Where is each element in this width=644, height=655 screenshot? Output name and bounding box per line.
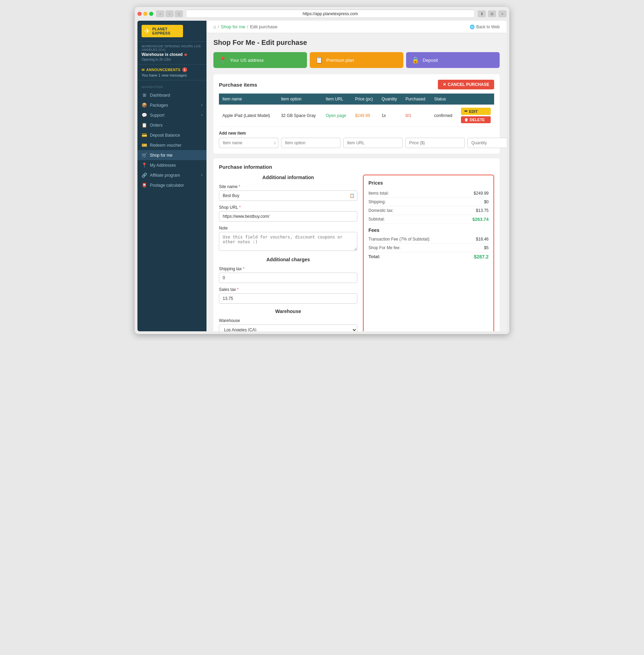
traffic-light-red[interactable] xyxy=(137,12,142,16)
item-name-input[interactable] xyxy=(219,138,278,148)
cell-name: Apple iPad (Latest Model) xyxy=(219,105,278,127)
additional-charges-subtitle: Additional charges xyxy=(219,257,357,262)
total-label: Total: xyxy=(368,254,380,260)
sidebar-item-packages[interactable]: 📦 Packages › xyxy=(137,100,206,110)
item-qty-input[interactable] xyxy=(468,138,507,148)
shop-url-group: Shop URL * xyxy=(219,205,357,222)
announcements-section[interactable]: ✉ ANNOUNCEMENTS 1 You have 1 new message… xyxy=(137,65,206,80)
col-status: Status xyxy=(431,94,458,105)
sidebar-item-myaddresses[interactable]: 📍 My Addresses xyxy=(137,160,206,170)
shipping-tax-input[interactable] xyxy=(219,273,357,283)
sidebar: ✈ PLANET EXPRESS WAREHOUSE OPENING HOURS… xyxy=(137,21,206,331)
sidebar-item-label: Packages xyxy=(150,103,168,108)
warehouse-label: WAREHOUSE OPENING HOURS LOS ANGELES (CA) xyxy=(142,45,202,51)
edit-item-button[interactable]: ✏ EDIT xyxy=(461,108,491,115)
col-url: Item URL xyxy=(322,94,352,105)
cell-actions: ✏ EDIT 🗑 DELETE xyxy=(458,105,494,127)
add-item-section: Add new item ℹ + xyxy=(219,131,494,148)
cell-url[interactable]: Open page xyxy=(322,105,352,127)
sales-tax-input[interactable] xyxy=(219,293,357,304)
cell-option: 32 GB Space Gray xyxy=(278,105,323,127)
step-premium[interactable]: 📋 Premium plan xyxy=(310,52,403,68)
dashboard-icon: ⊞ xyxy=(142,92,147,98)
logo-text: PLANET EXPRESS xyxy=(152,27,180,35)
breadcrumb: ⌂ / Shop for me / Edit purchase xyxy=(213,24,277,29)
col-name: Item name xyxy=(219,94,278,105)
affiliate-icon: 🔗 xyxy=(142,173,147,178)
col-price: Price (pc) xyxy=(352,94,378,105)
breadcrumb-shopforme[interactable]: Shop for me xyxy=(221,24,245,29)
step-deposit[interactable]: 🔒 Deposit xyxy=(406,52,500,68)
sidebar-item-affiliate[interactable]: 🔗 Affiliate program › xyxy=(137,170,206,180)
subtotal-value: $263.74 xyxy=(472,217,489,222)
sidebar-item-orders[interactable]: 📋 Orders xyxy=(137,120,206,130)
site-name-input[interactable] xyxy=(219,190,357,201)
delete-item-button[interactable]: 🗑 DELETE xyxy=(461,116,491,123)
shop-url-input[interactable] xyxy=(219,211,357,222)
share-button[interactable]: ⬆ xyxy=(478,10,486,17)
required-marker: * xyxy=(239,205,241,210)
shopforme-fee-value: $5 xyxy=(484,245,489,250)
sidebar-item-label: Deposit Balance xyxy=(150,133,180,138)
sidebar-item-label: Orders xyxy=(150,123,163,128)
add-item-label: Add new item xyxy=(219,131,494,136)
logo[interactable]: ✈ PLANET EXPRESS xyxy=(142,25,183,37)
sidebar-item-shopforme[interactable]: 🛒 Shop for me xyxy=(137,150,206,160)
prices-title: Prices xyxy=(368,180,489,186)
transaction-fee-value: $18.46 xyxy=(476,237,489,242)
forward-button[interactable]: › xyxy=(165,10,174,17)
transaction-fee-label: Transaction Fee (7% of Subtotal): xyxy=(368,237,430,242)
duplicate-button[interactable]: ⧉ xyxy=(488,10,496,17)
item-option-input[interactable] xyxy=(281,138,340,148)
item-url-input[interactable] xyxy=(343,138,403,148)
traffic-light-yellow[interactable] xyxy=(143,12,147,16)
breadcrumb-current: Edit purchase xyxy=(250,24,278,29)
back-to-web-button[interactable]: 🌐 Back to Web xyxy=(470,25,500,29)
new-tab-button[interactable]: + xyxy=(498,10,507,17)
sidebar-item-dashboard[interactable]: ⊞ Dashboard xyxy=(137,90,206,100)
item-price-input[interactable] xyxy=(405,138,465,148)
sidebar-item-label: Support xyxy=(150,113,164,118)
transaction-fee-row: Transaction Fee (7% of Subtotal): $18.46 xyxy=(368,235,489,244)
chevron-right-icon: › xyxy=(201,173,202,177)
items-table: Item name Item option Item URL Price (pc… xyxy=(219,94,494,127)
sidebar-item-postage[interactable]: 📮 Postage calculator xyxy=(137,180,206,190)
prices-box: Prices Items total: $249.99 Shipping: $0 xyxy=(363,175,494,331)
announcements-icon: ✉ xyxy=(142,68,145,72)
warehouse-status: Warehouse is closed xyxy=(142,52,202,57)
calendar-icon: 📋 xyxy=(349,193,355,198)
sidebar-item-deposit[interactable]: 💳 Deposit Balance xyxy=(137,130,206,140)
info-icon: ℹ xyxy=(274,141,276,145)
note-textarea[interactable] xyxy=(219,232,357,251)
step-label: Premium plan xyxy=(326,58,354,63)
note-label: Note xyxy=(219,226,357,231)
col-actions xyxy=(458,94,494,105)
domestic-tax-value: $13.75 xyxy=(476,208,489,213)
cancel-purchase-button[interactable]: ✕ CANCEL PURCHASE xyxy=(438,80,494,89)
warehouse-select[interactable]: Los Angeles (CA) xyxy=(219,324,357,331)
sidebar-item-voucher[interactable]: 🎫 Redeem voucher xyxy=(137,140,206,150)
sidebar-item-support[interactable]: 💬 Support › xyxy=(137,110,206,120)
tab-button[interactable]: □ xyxy=(175,10,183,17)
premium-step-icon: 📋 xyxy=(315,56,323,64)
sidebar-item-label: My Addresses xyxy=(150,163,176,168)
url-bar[interactable]: https://app.planetexpress.com xyxy=(186,10,475,18)
shipping-value: $0 xyxy=(484,199,489,204)
subtotal-row: Subtotal: $263.74 xyxy=(368,215,489,224)
table-header: Item name Item option Item URL Price (pc… xyxy=(219,94,494,105)
site-name-group: Site name * 📋 xyxy=(219,184,357,201)
announcements-text: You have 1 new messages xyxy=(142,73,202,77)
back-button[interactable]: ‹ xyxy=(156,10,164,17)
globe-icon: 🌐 xyxy=(470,25,475,29)
shipping-tax-group: Shipping tax * xyxy=(219,266,357,283)
status-dot xyxy=(184,53,187,56)
site-name-label: Site name * xyxy=(219,184,357,189)
additional-info-panel: Additional information Site name * 📋 xyxy=(219,175,357,331)
traffic-light-green[interactable] xyxy=(149,12,153,16)
x-icon: ✕ xyxy=(443,82,446,87)
home-icon[interactable]: ⌂ xyxy=(213,24,216,29)
logo-icon: ✈ xyxy=(144,27,150,35)
sales-tax-label: Sales tax * xyxy=(219,287,357,292)
support-icon: 💬 xyxy=(142,113,147,118)
step-address[interactable]: 📍 Your US address xyxy=(213,52,307,68)
